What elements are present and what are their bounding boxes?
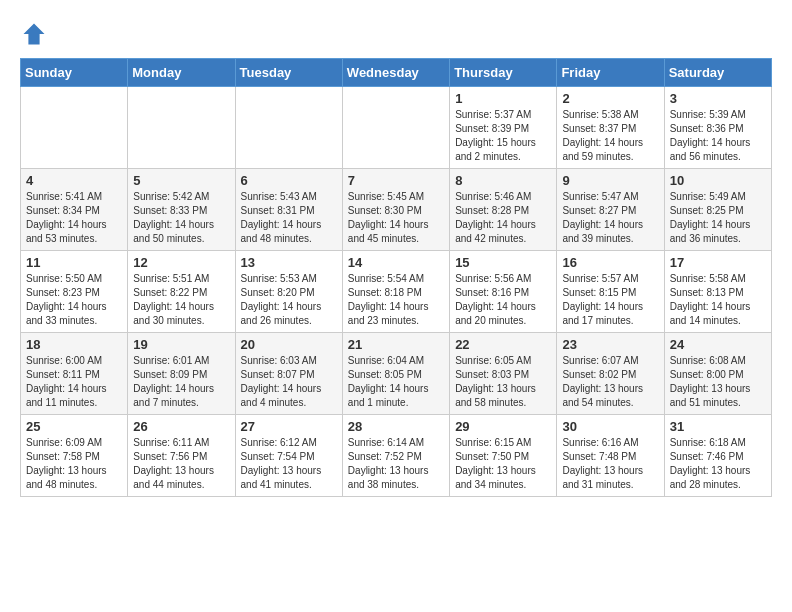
header-monday: Monday xyxy=(128,59,235,87)
day-info: Sunrise: 5:39 AM Sunset: 8:36 PM Dayligh… xyxy=(670,108,766,164)
day-info: Sunrise: 6:14 AM Sunset: 7:52 PM Dayligh… xyxy=(348,436,444,492)
calendar-cell: 19Sunrise: 6:01 AM Sunset: 8:09 PM Dayli… xyxy=(128,333,235,415)
calendar-cell: 26Sunrise: 6:11 AM Sunset: 7:56 PM Dayli… xyxy=(128,415,235,497)
day-info: Sunrise: 5:54 AM Sunset: 8:18 PM Dayligh… xyxy=(348,272,444,328)
calendar-cell: 2Sunrise: 5:38 AM Sunset: 8:37 PM Daylig… xyxy=(557,87,664,169)
logo xyxy=(20,20,52,48)
day-info: Sunrise: 6:07 AM Sunset: 8:02 PM Dayligh… xyxy=(562,354,658,410)
day-info: Sunrise: 5:58 AM Sunset: 8:13 PM Dayligh… xyxy=(670,272,766,328)
header-row: SundayMondayTuesdayWednesdayThursdayFrid… xyxy=(21,59,772,87)
day-info: Sunrise: 5:46 AM Sunset: 8:28 PM Dayligh… xyxy=(455,190,551,246)
day-number: 29 xyxy=(455,419,551,434)
calendar-cell: 28Sunrise: 6:14 AM Sunset: 7:52 PM Dayli… xyxy=(342,415,449,497)
calendar-cell: 5Sunrise: 5:42 AM Sunset: 8:33 PM Daylig… xyxy=(128,169,235,251)
calendar-cell: 30Sunrise: 6:16 AM Sunset: 7:48 PM Dayli… xyxy=(557,415,664,497)
day-number: 3 xyxy=(670,91,766,106)
header-friday: Friday xyxy=(557,59,664,87)
week-row: 11Sunrise: 5:50 AM Sunset: 8:23 PM Dayli… xyxy=(21,251,772,333)
week-row: 18Sunrise: 6:00 AM Sunset: 8:11 PM Dayli… xyxy=(21,333,772,415)
calendar-cell: 3Sunrise: 5:39 AM Sunset: 8:36 PM Daylig… xyxy=(664,87,771,169)
day-number: 16 xyxy=(562,255,658,270)
logo-icon xyxy=(20,20,48,48)
calendar-cell: 17Sunrise: 5:58 AM Sunset: 8:13 PM Dayli… xyxy=(664,251,771,333)
calendar-cell: 18Sunrise: 6:00 AM Sunset: 8:11 PM Dayli… xyxy=(21,333,128,415)
calendar-cell xyxy=(235,87,342,169)
day-number: 12 xyxy=(133,255,229,270)
day-info: Sunrise: 5:49 AM Sunset: 8:25 PM Dayligh… xyxy=(670,190,766,246)
day-number: 5 xyxy=(133,173,229,188)
calendar-cell: 22Sunrise: 6:05 AM Sunset: 8:03 PM Dayli… xyxy=(450,333,557,415)
calendar-cell: 16Sunrise: 5:57 AM Sunset: 8:15 PM Dayli… xyxy=(557,251,664,333)
day-number: 10 xyxy=(670,173,766,188)
day-info: Sunrise: 5:47 AM Sunset: 8:27 PM Dayligh… xyxy=(562,190,658,246)
day-number: 17 xyxy=(670,255,766,270)
day-number: 8 xyxy=(455,173,551,188)
day-number: 6 xyxy=(241,173,337,188)
calendar-cell: 7Sunrise: 5:45 AM Sunset: 8:30 PM Daylig… xyxy=(342,169,449,251)
day-number: 1 xyxy=(455,91,551,106)
day-info: Sunrise: 6:15 AM Sunset: 7:50 PM Dayligh… xyxy=(455,436,551,492)
day-info: Sunrise: 6:12 AM Sunset: 7:54 PM Dayligh… xyxy=(241,436,337,492)
day-info: Sunrise: 5:57 AM Sunset: 8:15 PM Dayligh… xyxy=(562,272,658,328)
day-info: Sunrise: 5:38 AM Sunset: 8:37 PM Dayligh… xyxy=(562,108,658,164)
day-number: 22 xyxy=(455,337,551,352)
calendar-cell: 4Sunrise: 5:41 AM Sunset: 8:34 PM Daylig… xyxy=(21,169,128,251)
calendar-cell: 8Sunrise: 5:46 AM Sunset: 8:28 PM Daylig… xyxy=(450,169,557,251)
header-sunday: Sunday xyxy=(21,59,128,87)
calendar-cell: 6Sunrise: 5:43 AM Sunset: 8:31 PM Daylig… xyxy=(235,169,342,251)
day-info: Sunrise: 6:00 AM Sunset: 8:11 PM Dayligh… xyxy=(26,354,122,410)
calendar-table: SundayMondayTuesdayWednesdayThursdayFrid… xyxy=(20,58,772,497)
day-info: Sunrise: 6:16 AM Sunset: 7:48 PM Dayligh… xyxy=(562,436,658,492)
calendar-cell: 20Sunrise: 6:03 AM Sunset: 8:07 PM Dayli… xyxy=(235,333,342,415)
calendar-cell: 21Sunrise: 6:04 AM Sunset: 8:05 PM Dayli… xyxy=(342,333,449,415)
header-tuesday: Tuesday xyxy=(235,59,342,87)
calendar-cell: 13Sunrise: 5:53 AM Sunset: 8:20 PM Dayli… xyxy=(235,251,342,333)
header-saturday: Saturday xyxy=(664,59,771,87)
day-info: Sunrise: 6:09 AM Sunset: 7:58 PM Dayligh… xyxy=(26,436,122,492)
day-number: 7 xyxy=(348,173,444,188)
calendar-cell: 29Sunrise: 6:15 AM Sunset: 7:50 PM Dayli… xyxy=(450,415,557,497)
calendar-cell: 12Sunrise: 5:51 AM Sunset: 8:22 PM Dayli… xyxy=(128,251,235,333)
day-info: Sunrise: 6:05 AM Sunset: 8:03 PM Dayligh… xyxy=(455,354,551,410)
week-row: 1Sunrise: 5:37 AM Sunset: 8:39 PM Daylig… xyxy=(21,87,772,169)
day-number: 24 xyxy=(670,337,766,352)
day-info: Sunrise: 5:53 AM Sunset: 8:20 PM Dayligh… xyxy=(241,272,337,328)
day-info: Sunrise: 5:51 AM Sunset: 8:22 PM Dayligh… xyxy=(133,272,229,328)
day-info: Sunrise: 6:03 AM Sunset: 8:07 PM Dayligh… xyxy=(241,354,337,410)
day-info: Sunrise: 6:08 AM Sunset: 8:00 PM Dayligh… xyxy=(670,354,766,410)
day-number: 23 xyxy=(562,337,658,352)
day-number: 28 xyxy=(348,419,444,434)
calendar-cell: 15Sunrise: 5:56 AM Sunset: 8:16 PM Dayli… xyxy=(450,251,557,333)
calendar-cell xyxy=(342,87,449,169)
header-thursday: Thursday xyxy=(450,59,557,87)
day-number: 15 xyxy=(455,255,551,270)
day-number: 25 xyxy=(26,419,122,434)
calendar-cell: 9Sunrise: 5:47 AM Sunset: 8:27 PM Daylig… xyxy=(557,169,664,251)
day-number: 30 xyxy=(562,419,658,434)
calendar-cell: 31Sunrise: 6:18 AM Sunset: 7:46 PM Dayli… xyxy=(664,415,771,497)
day-info: Sunrise: 6:04 AM Sunset: 8:05 PM Dayligh… xyxy=(348,354,444,410)
day-number: 20 xyxy=(241,337,337,352)
calendar-cell: 25Sunrise: 6:09 AM Sunset: 7:58 PM Dayli… xyxy=(21,415,128,497)
day-number: 31 xyxy=(670,419,766,434)
day-info: Sunrise: 6:18 AM Sunset: 7:46 PM Dayligh… xyxy=(670,436,766,492)
day-number: 27 xyxy=(241,419,337,434)
calendar-cell: 14Sunrise: 5:54 AM Sunset: 8:18 PM Dayli… xyxy=(342,251,449,333)
week-row: 4Sunrise: 5:41 AM Sunset: 8:34 PM Daylig… xyxy=(21,169,772,251)
day-number: 9 xyxy=(562,173,658,188)
day-number: 14 xyxy=(348,255,444,270)
day-info: Sunrise: 5:37 AM Sunset: 8:39 PM Dayligh… xyxy=(455,108,551,164)
calendar-cell: 1Sunrise: 5:37 AM Sunset: 8:39 PM Daylig… xyxy=(450,87,557,169)
day-info: Sunrise: 6:01 AM Sunset: 8:09 PM Dayligh… xyxy=(133,354,229,410)
svg-marker-0 xyxy=(24,24,45,45)
calendar-cell: 23Sunrise: 6:07 AM Sunset: 8:02 PM Dayli… xyxy=(557,333,664,415)
calendar-cell: 24Sunrise: 6:08 AM Sunset: 8:00 PM Dayli… xyxy=(664,333,771,415)
day-info: Sunrise: 5:41 AM Sunset: 8:34 PM Dayligh… xyxy=(26,190,122,246)
header-wednesday: Wednesday xyxy=(342,59,449,87)
day-number: 19 xyxy=(133,337,229,352)
page-header xyxy=(20,20,772,48)
calendar-cell xyxy=(21,87,128,169)
calendar-cell: 27Sunrise: 6:12 AM Sunset: 7:54 PM Dayli… xyxy=(235,415,342,497)
calendar-cell: 11Sunrise: 5:50 AM Sunset: 8:23 PM Dayli… xyxy=(21,251,128,333)
day-number: 11 xyxy=(26,255,122,270)
